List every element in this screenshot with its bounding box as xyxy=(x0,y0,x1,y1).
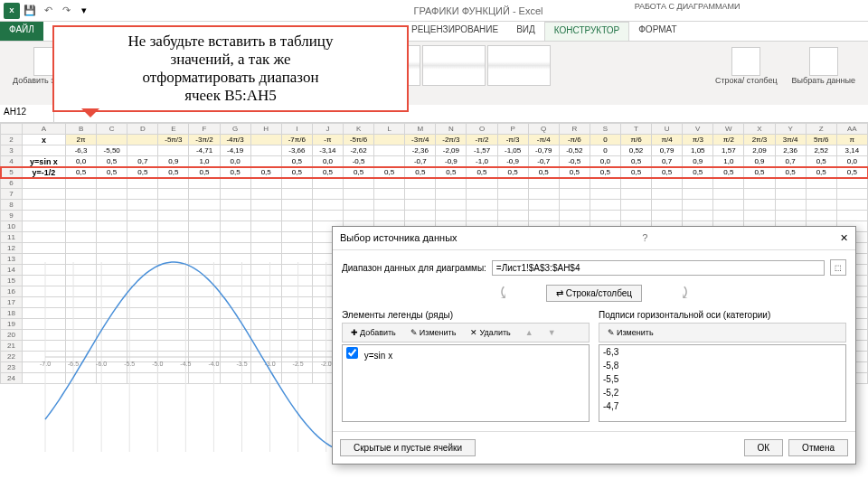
list-item[interactable]: -6,3 xyxy=(599,345,845,359)
edit-series-button[interactable]: ✎Изменить xyxy=(404,325,463,340)
qat-dropdown-icon[interactable]: ▾ xyxy=(76,3,92,19)
dialog-help-icon[interactable]: ? xyxy=(642,232,647,244)
tab-file[interactable]: ФАЙЛ xyxy=(0,22,43,41)
undo-icon[interactable]: ↶ xyxy=(40,3,56,19)
name-box[interactable]: AH12 xyxy=(0,105,54,122)
svg-text:-6.5: -6.5 xyxy=(68,361,79,367)
instruction-callout: Не забудьте вставить в таблицу значений,… xyxy=(52,25,409,112)
switch-rowcol-button[interactable]: Строка/ столбец xyxy=(710,45,783,101)
svg-text:-2.5: -2.5 xyxy=(293,361,304,367)
add-series-button[interactable]: ✚Добавить xyxy=(344,325,402,340)
close-icon[interactable]: ✕ xyxy=(840,232,848,244)
switch-rowcol-label: Строка/ столбец xyxy=(715,76,778,85)
hidden-cells-button[interactable]: Скрытые и пустые ячейки xyxy=(340,439,476,456)
range-label: Диапазон данных для диаграммы: xyxy=(342,263,486,273)
range-picker-button[interactable]: ⬚ xyxy=(830,259,846,276)
select-data-button[interactable]: Выбрать данные xyxy=(787,45,861,101)
down-icon: ▼ xyxy=(548,328,556,337)
select-data-source-dialog: Выбор источника данных ? ✕ Диапазон данн… xyxy=(332,226,856,465)
move-up-button[interactable]: ▲ xyxy=(519,325,540,340)
swap-label: Строка/столбец xyxy=(566,288,632,298)
callout-line: отформатировать диапазон xyxy=(63,69,398,87)
delete-icon: ✕ xyxy=(470,328,477,337)
swap-icon: ⇄ xyxy=(556,288,563,298)
list-item[interactable]: -5,5 xyxy=(599,372,845,386)
callout-line: Не забудьте вставить в таблицу xyxy=(63,33,398,51)
excel-icon: X xyxy=(4,3,20,19)
svg-text:-5.5: -5.5 xyxy=(124,361,135,367)
ok-button[interactable]: ОК xyxy=(744,439,784,456)
select-data-label: Выбрать данные xyxy=(792,76,855,85)
callout-line: значений, а так же xyxy=(63,51,398,69)
svg-text:-4.0: -4.0 xyxy=(208,361,219,367)
list-item[interactable]: -4,7 xyxy=(599,399,845,413)
svg-text:-3.5: -3.5 xyxy=(236,361,247,367)
move-down-button[interactable]: ▼ xyxy=(542,325,562,340)
legend-header: Элементы легенды (ряды) xyxy=(342,310,590,320)
series-checkbox[interactable] xyxy=(346,347,358,359)
svg-text:-7.0: -7.0 xyxy=(40,361,51,367)
edit-icon: ✎ xyxy=(410,328,418,337)
tab-format[interactable]: ФОРМАТ xyxy=(629,22,685,41)
dialog-titlebar: Выбор источника данных ? ✕ xyxy=(333,227,855,250)
series-name: y=sin x xyxy=(364,351,392,361)
tab-view[interactable]: ВИД xyxy=(507,22,544,41)
tab-review[interactable]: РЕЦЕНЗИРОВАНИЕ xyxy=(402,22,507,41)
edit-icon: ✎ xyxy=(608,328,615,337)
range-input[interactable] xyxy=(492,260,825,276)
delete-series-button[interactable]: ✕Удалить xyxy=(464,325,516,340)
save-icon[interactable]: 💾 xyxy=(22,3,38,19)
cancel-button[interactable]: Отмена xyxy=(788,439,848,456)
arrow-left-icon: ⤹ xyxy=(496,283,510,303)
chart-tools-header: РАБОТА С ДИАГРАММАМИ xyxy=(615,2,760,11)
quick-access-toolbar: X 💾 ↶ ↷ ▾ xyxy=(4,3,92,19)
style-item[interactable] xyxy=(487,45,551,86)
list-item[interactable]: -5,8 xyxy=(599,359,845,372)
axis-listbox[interactable]: -6,3-5,8-5,5-5,2-4,7 xyxy=(599,344,846,422)
swap-rowcol-button[interactable]: ⇄ Строка/столбец xyxy=(546,285,642,302)
series-listbox[interactable]: y=sin x xyxy=(342,344,590,422)
up-icon: ▲ xyxy=(525,328,533,337)
svg-text:-5.0: -5.0 xyxy=(152,361,163,367)
title-bar: X 💾 ↶ ↷ ▾ ГРАФИКИ ФУНКЦИЙ - Excel РАБОТА… xyxy=(0,0,868,22)
tab-design[interactable]: КОНСТРУКТОР xyxy=(544,22,629,41)
axis-header: Подписи горизонтальной оси (категории) xyxy=(599,310,846,320)
list-item[interactable]: -5,2 xyxy=(599,386,845,399)
svg-text:-4.5: -4.5 xyxy=(180,361,191,367)
edit-axis-button[interactable]: ✎Изменить xyxy=(601,325,660,340)
plus-icon: ✚ xyxy=(351,328,358,337)
svg-text:-6.0: -6.0 xyxy=(96,361,107,367)
redo-icon[interactable]: ↷ xyxy=(58,3,74,19)
arrow-right-icon: ⤸ xyxy=(678,283,692,303)
callout-line: ячеек B5:AH5 xyxy=(63,87,398,105)
svg-text:-2.0: -2.0 xyxy=(321,361,332,367)
list-item[interactable]: y=sin x xyxy=(343,345,589,362)
dialog-title-text: Выбор источника данных xyxy=(340,232,458,244)
style-item[interactable] xyxy=(422,45,486,86)
